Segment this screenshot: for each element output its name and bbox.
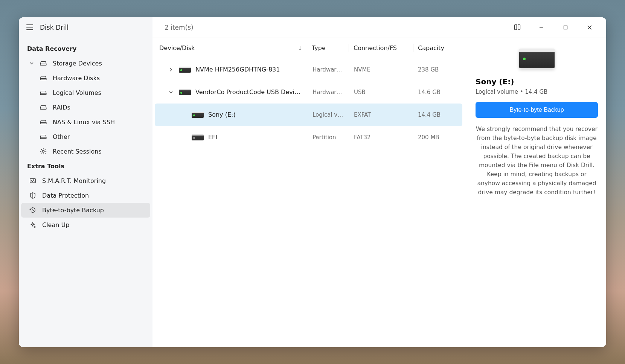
cell-type: Partition <box>308 134 349 141</box>
disk-icon <box>192 134 204 140</box>
help-button[interactable] <box>508 20 527 35</box>
drive-icon <box>40 133 47 140</box>
sidebar-item-label: S.M.A.R.T. Monitoring <box>42 177 106 184</box>
app-window: Disk Drill Data RecoveryStorage DevicesH… <box>19 17 606 347</box>
sidebar-item-label: Other <box>53 133 70 140</box>
sidebar-item-nas-linux-via-ssh[interactable]: NAS & Linux via SSH <box>21 115 150 129</box>
sidebar-item-raids[interactable]: RAIDs <box>21 100 150 115</box>
sidebar-nav: Data RecoveryStorage DevicesHardware Dis… <box>19 38 152 232</box>
svg-rect-9 <box>564 26 567 29</box>
cell-capacity: 14.4 GB <box>413 111 462 118</box>
cell-connection: FAT32 <box>349 134 413 141</box>
drive-icon <box>519 49 555 68</box>
sidebar-item-label: RAIDs <box>53 104 70 111</box>
details-panel: Sony (E:) Logical volume • 14.4 GB Byte-… <box>467 38 606 347</box>
cell-type: Hardware… <box>308 66 349 73</box>
details-image <box>476 49 598 68</box>
disk-icon <box>192 112 204 118</box>
cell-connection: NVME <box>349 66 413 73</box>
device-name: Sony (E:) <box>208 111 236 118</box>
book-icon <box>514 24 521 31</box>
table-row[interactable]: Sony (E:)Logical vol…EXFAT14.4 GB <box>155 104 462 126</box>
byte-to-byte-backup-button[interactable]: Byte-to-byte Backup <box>476 102 598 118</box>
toolbar: 2 item(s) <box>152 17 606 38</box>
sidebar-item-s-m-a-r-t-monitoring[interactable]: S.M.A.R.T. Monitoring <box>21 174 150 188</box>
cell-device: EFI <box>155 134 308 141</box>
maximize-button[interactable] <box>556 20 575 35</box>
sort-down-icon: ↓ <box>298 45 302 51</box>
column-type[interactable]: Type <box>307 44 349 52</box>
column-capacity[interactable]: Capacity <box>413 44 462 52</box>
drive-icon <box>40 60 47 67</box>
table-row[interactable]: VendorCo ProductCode USB Devi…Hardware…U… <box>155 81 462 104</box>
cell-device: NVMe HFM256GDHTNG-831 <box>155 66 308 73</box>
details-title: Sony (E:) <box>476 77 598 86</box>
disk-icon <box>179 67 191 73</box>
close-icon <box>587 25 592 30</box>
sidebar-item-other[interactable]: Other <box>21 129 150 144</box>
sidebar: Disk Drill Data RecoveryStorage DevicesH… <box>19 17 152 347</box>
cell-connection: EXFAT <box>349 111 413 118</box>
column-capacity-label: Capacity <box>418 44 444 52</box>
sparkle-icon <box>29 221 36 228</box>
device-name: EFI <box>208 134 217 141</box>
drive-icon <box>40 119 47 125</box>
cell-capacity: 14.6 GB <box>413 89 462 96</box>
sidebar-item-logical-volumes[interactable]: Logical Volumes <box>21 85 150 100</box>
sidebar-item-clean-up[interactable]: Clean Up <box>21 218 150 232</box>
sidebar-header: Disk Drill <box>19 17 152 38</box>
drive-icon <box>40 104 47 111</box>
main-area: 2 item(s) Device/Disk ↓ <box>152 17 606 347</box>
sidebar-item-label: Logical Volumes <box>53 89 101 96</box>
drive-icon <box>40 75 47 81</box>
section-header: Extra Tools <box>21 159 150 174</box>
sidebar-item-byte-to-byte-backup[interactable]: Byte-to-byte Backup <box>21 203 150 218</box>
gear-icon <box>40 148 47 155</box>
sidebar-item-recent-sessions[interactable]: Recent Sessions <box>21 144 150 159</box>
sidebar-item-data-protection[interactable]: Data Protection <box>21 188 150 203</box>
device-table: Device/Disk ↓ Type Connection/FS Capacit… <box>152 38 467 347</box>
cell-capacity: 238 GB <box>413 66 462 73</box>
cell-connection: USB <box>349 89 413 96</box>
table-row[interactable]: EFIPartitionFAT32200 MB <box>155 126 462 149</box>
app-title: Disk Drill <box>40 24 69 31</box>
chevron-down-icon <box>29 61 34 65</box>
history-icon <box>29 207 36 213</box>
column-device[interactable]: Device/Disk ↓ <box>155 44 307 52</box>
chevron-right-icon[interactable] <box>168 68 174 72</box>
details-description: We strongly recommend that you recover f… <box>476 125 598 197</box>
column-connection[interactable]: Connection/FS <box>349 44 413 52</box>
section-header: Data Recovery <box>21 41 150 56</box>
cell-type: Hardware… <box>308 89 349 96</box>
sidebar-item-label: Byte-to-byte Backup <box>42 207 104 214</box>
sidebar-item-label: NAS & Linux via SSH <box>53 119 115 126</box>
minimize-icon <box>539 25 544 30</box>
shield-icon <box>29 192 36 199</box>
sidebar-item-label: Recent Sessions <box>53 148 102 155</box>
table-row[interactable]: NVMe HFM256GDHTNG-831Hardware…NVME238 GB <box>155 58 462 81</box>
sidebar-item-label: Clean Up <box>42 221 69 228</box>
sidebar-item-label: Storage Devices <box>53 60 102 67</box>
device-name: NVMe HFM256GDHTNG-831 <box>195 66 280 73</box>
table-body: NVMe HFM256GDHTNG-831Hardware…NVME238 GB… <box>155 58 462 149</box>
minimize-button[interactable] <box>532 20 551 35</box>
svg-point-6 <box>42 150 44 152</box>
sidebar-item-label: Hardware Disks <box>53 75 100 82</box>
disk-icon <box>179 89 191 95</box>
column-connection-label: Connection/FS <box>354 44 397 52</box>
cell-device: Sony (E:) <box>155 111 308 118</box>
smart-icon <box>29 177 36 184</box>
drive-icon <box>40 89 47 96</box>
table-header: Device/Disk ↓ Type Connection/FS Capacit… <box>155 38 462 58</box>
close-button[interactable] <box>580 20 599 35</box>
cell-capacity: 200 MB <box>413 134 462 141</box>
chevron-down-icon[interactable] <box>168 91 174 94</box>
sidebar-item-hardware-disks[interactable]: Hardware Disks <box>21 71 150 85</box>
column-type-label: Type <box>312 44 326 52</box>
maximize-icon <box>563 25 568 30</box>
cell-type: Logical vol… <box>308 111 349 118</box>
item-count: 2 item(s) <box>159 24 194 31</box>
details-subtitle: Logical volume • 14.4 GB <box>476 88 598 95</box>
hamburger-menu-button[interactable] <box>26 24 33 30</box>
sidebar-item-storage-devices[interactable]: Storage Devices <box>21 56 150 71</box>
